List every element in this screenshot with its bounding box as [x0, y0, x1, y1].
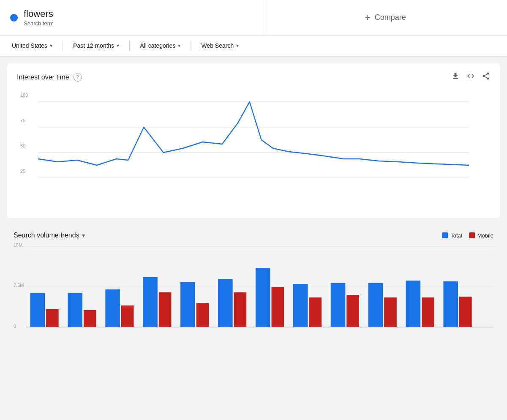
chart-bottom-divider [17, 211, 490, 211]
legend-total: Total [442, 232, 462, 239]
filter-divider-3 [191, 41, 191, 51]
card-title-group: Interest over time ? [17, 73, 82, 82]
category-filter[interactable]: All categories ▾ [135, 35, 185, 56]
bar-total-11 [406, 281, 421, 327]
bar-total-5 [180, 282, 195, 327]
location-chevron-icon: ▾ [50, 43, 52, 49]
term-info: flowers Search term [24, 8, 54, 27]
bar-chart-area: 15M 7.5M 0 [7, 243, 500, 346]
legend-total-color [442, 232, 448, 238]
bar-total-8 [293, 284, 308, 327]
svt-chevron-icon[interactable]: ▾ [82, 232, 85, 239]
embed-icon[interactable] [466, 72, 475, 82]
y-label-50: 50 [20, 143, 25, 148]
bar-mobile-1 [46, 309, 59, 327]
svt-title-group: Search volume trends ▾ [14, 232, 85, 239]
bar-total-1 [30, 293, 45, 327]
filter-divider-2 [129, 41, 130, 51]
y-label-100: 100 [20, 93, 28, 98]
bar-y-0: 0 [14, 324, 16, 329]
time-chevron-icon: ▾ [117, 43, 119, 49]
filter-bar: United States ▾ Past 12 months ▾ All cat… [0, 35, 507, 57]
svt-title: Search volume trends [14, 232, 79, 239]
search-type-filter[interactable]: Web Search ▾ [196, 35, 244, 56]
svt-header: Search volume trends ▾ Total Mobile [7, 225, 500, 243]
search-volume-section: Search volume trends ▾ Total Mobile 15M … [7, 225, 500, 346]
bar-mobile-7 [271, 287, 284, 327]
card-title: Interest over time [17, 74, 69, 81]
header-section: flowers Search term + Compare [0, 0, 507, 35]
location-filter[interactable]: United States ▾ [7, 35, 57, 56]
category-label: All categories [140, 42, 175, 49]
interest-card: Interest over time ? 100 75 50 25 [7, 63, 500, 218]
y-label-75: 75 [20, 118, 25, 123]
bar-total-3 [105, 289, 120, 327]
bar-total-7 [256, 268, 270, 327]
bar-mobile-5 [196, 303, 209, 327]
bar-chart-svg [14, 243, 493, 340]
term-name: flowers [24, 8, 54, 19]
card-actions [451, 72, 490, 82]
location-label: United States [12, 42, 47, 49]
term-color-dot [10, 14, 18, 22]
compare-label: Compare [375, 13, 406, 22]
search-type-chevron-icon: ▾ [236, 43, 239, 49]
share-icon[interactable] [482, 72, 490, 82]
filter-divider-1 [63, 41, 63, 51]
y-label-25: 25 [20, 169, 25, 174]
term-type: Search term [24, 20, 54, 27]
bar-mobile-4 [159, 292, 172, 327]
bar-y-7_5m: 7.5M [14, 283, 24, 288]
category-chevron-icon: ▾ [178, 43, 180, 49]
search-type-label: Web Search [201, 42, 234, 49]
bar-mobile-12 [459, 297, 472, 327]
bar-total-6 [218, 279, 233, 327]
chart-legend: Total Mobile [442, 232, 493, 239]
time-filter[interactable]: Past 12 months ▾ [68, 35, 124, 56]
line-chart-svg [38, 93, 469, 195]
bar-total-12 [443, 281, 458, 327]
bar-mobile-11 [422, 297, 434, 327]
card-header: Interest over time ? [17, 72, 490, 82]
bar-total-9 [331, 283, 346, 327]
bar-total-10 [368, 283, 383, 327]
bar-total-4 [143, 277, 158, 327]
bar-mobile-10 [384, 297, 397, 327]
download-icon[interactable] [451, 72, 460, 82]
bar-mobile-6 [234, 292, 247, 327]
legend-mobile-label: Mobile [477, 232, 493, 239]
legend-mobile-color [469, 232, 475, 238]
compare-box[interactable]: + Compare [264, 0, 507, 35]
bar-mobile-8 [309, 297, 322, 327]
line-chart-area: 100 75 50 25 [17, 89, 490, 207]
main-content: Interest over time ? 100 75 50 25 [0, 57, 507, 353]
bar-mobile-3 [121, 305, 134, 327]
search-term-box: flowers Search term [0, 0, 264, 35]
legend-mobile: Mobile [469, 232, 493, 239]
compare-plus-icon: + [365, 12, 371, 23]
bar-y-15m: 15M [14, 243, 22, 248]
bar-total-2 [68, 293, 82, 327]
legend-total-label: Total [450, 232, 462, 239]
help-icon[interactable]: ? [74, 73, 82, 82]
time-label: Past 12 months [73, 42, 114, 49]
bar-mobile-2 [84, 310, 96, 327]
bar-mobile-9 [346, 295, 359, 327]
